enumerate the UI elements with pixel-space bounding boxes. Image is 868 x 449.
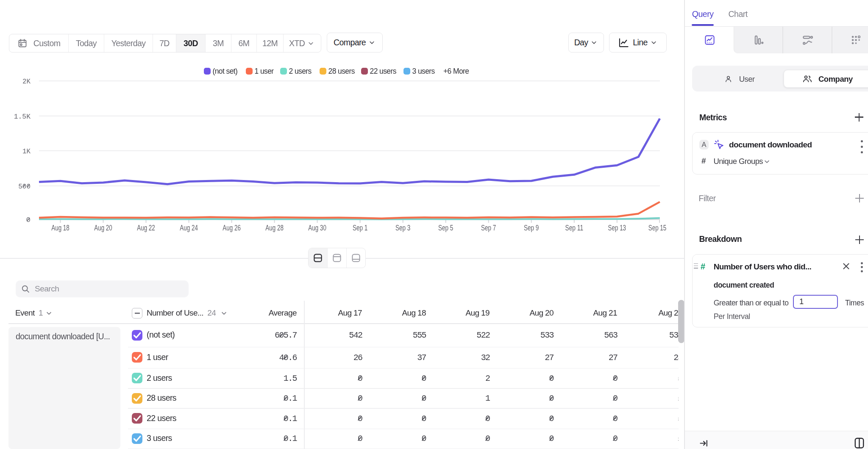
svg-text:Sep 5: Sep 5 (438, 224, 453, 232)
svg-text:Sep 7: Sep 7 (481, 224, 496, 232)
svg-text:Sep 3: Sep 3 (395, 224, 410, 232)
svg-text:2K: 2K (22, 78, 31, 86)
svg-text:0: 0 (26, 216, 31, 224)
svg-text:1.5K: 1.5K (14, 113, 31, 121)
svg-text:Aug 24: Aug 24 (180, 224, 198, 232)
svg-text:Sep 1: Sep 1 (353, 224, 367, 232)
svg-text:Aug 26: Aug 26 (223, 224, 241, 232)
svg-text:Aug 20: Aug 20 (94, 224, 112, 232)
svg-text:Aug 18: Aug 18 (51, 224, 70, 232)
svg-text:Aug 22: Aug 22 (137, 224, 155, 232)
svg-text:500: 500 (18, 183, 31, 191)
svg-text:Sep 9: Sep 9 (524, 224, 539, 232)
svg-text:Aug 30: Aug 30 (308, 224, 326, 232)
svg-text:Sep 13: Sep 13 (608, 224, 626, 232)
svg-text:Aug 28: Aug 28 (265, 224, 284, 232)
svg-text:1K: 1K (22, 147, 31, 155)
svg-text:Sep 11: Sep 11 (565, 224, 584, 232)
svg-text:Sep 15: Sep 15 (648, 224, 667, 232)
